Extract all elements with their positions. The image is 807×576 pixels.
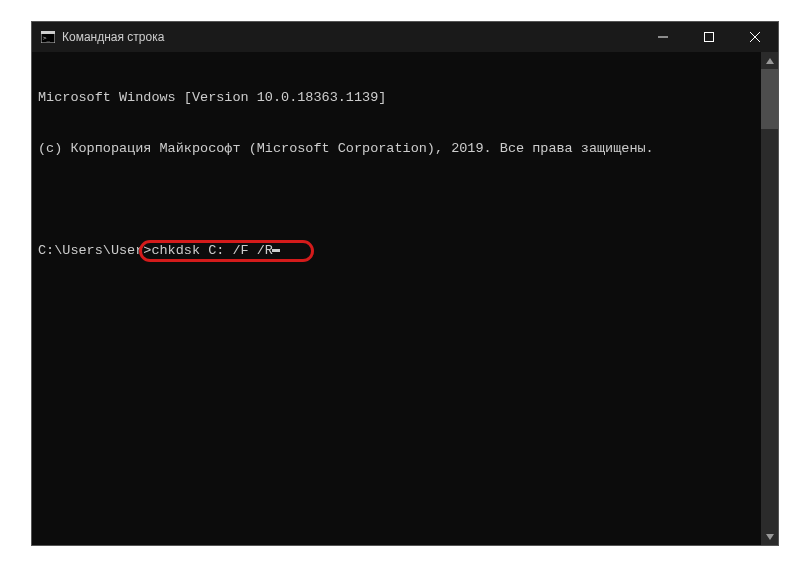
- svg-text:>_: >_: [43, 34, 51, 42]
- close-button[interactable]: [732, 22, 778, 52]
- scrollbar-thumb[interactable]: [761, 69, 778, 129]
- cursor: [272, 249, 280, 252]
- window-title: Командная строка: [62, 30, 640, 44]
- maximize-button[interactable]: [686, 22, 732, 52]
- cmd-icon: >_: [40, 29, 56, 45]
- version-line: Microsoft Windows [Version 10.0.18363.11…: [38, 89, 772, 106]
- scroll-up-arrow[interactable]: [761, 52, 778, 69]
- titlebar[interactable]: >_ Командная строка: [32, 22, 778, 52]
- copyright-line: (c) Корпорация Майкрософт (Microsoft Cor…: [38, 140, 772, 157]
- command-prompt-window: >_ Командная строка Microsoft Windows [V…: [31, 21, 779, 546]
- minimize-button[interactable]: [640, 22, 686, 52]
- svg-rect-4: [705, 33, 714, 42]
- vertical-scrollbar[interactable]: [761, 52, 778, 545]
- window-controls: [640, 22, 778, 52]
- scroll-down-arrow[interactable]: [761, 528, 778, 545]
- prompt-text: C:\Users\User>: [38, 242, 151, 259]
- prompt-line: C:\Users\User>chkdsk C: /F /R: [38, 242, 772, 259]
- command-input[interactable]: chkdsk C: /F /R: [151, 242, 273, 259]
- terminal-output[interactable]: Microsoft Windows [Version 10.0.18363.11…: [32, 52, 778, 545]
- blank-line: [38, 191, 772, 208]
